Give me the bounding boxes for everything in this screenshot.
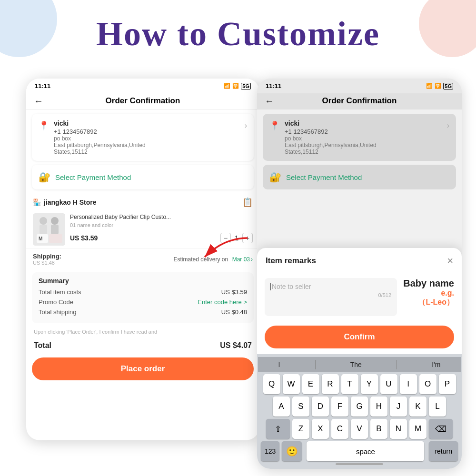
wifi-icon-right: 🛜 xyxy=(435,83,441,89)
key-z[interactable]: Z xyxy=(292,419,309,439)
phone-right: 11:11 📶 🛜 5G ← Order Confirmation 📍 vick… xyxy=(257,79,462,469)
key-j[interactable]: J xyxy=(390,397,407,416)
note-area[interactable]: Note to seller 0/512 xyxy=(265,278,397,316)
svg-point-1 xyxy=(40,217,47,225)
key-a[interactable]: A xyxy=(273,397,290,416)
note-icon[interactable]: 📋 xyxy=(242,197,253,208)
key-m[interactable]: M xyxy=(409,419,426,439)
address-line2-right: East pittsburgh,Pennsylvania,United xyxy=(285,142,442,149)
status-icons-left: 📶 🛜 5G xyxy=(224,83,251,89)
address-line3-right: States,15112 xyxy=(285,149,442,155)
summary-section: Summary Total item costs US $3.59 Promo … xyxy=(32,272,254,323)
key-b[interactable]: B xyxy=(370,419,387,439)
key-row-bottom: 123 🙂 space return xyxy=(258,441,461,461)
address-line1: po box xyxy=(54,135,240,142)
note-counter: 0/512 xyxy=(270,292,391,298)
modal-close-button[interactable]: × xyxy=(447,255,453,267)
suggestion-divider-2 xyxy=(397,360,397,369)
key-u[interactable]: U xyxy=(380,374,397,394)
key-row-3: ⇧ Z X C V B N M ⌫ xyxy=(258,419,461,439)
back-button-left[interactable]: ← xyxy=(34,96,43,107)
total-label: Total xyxy=(34,341,51,350)
eg-label: e.g. xyxy=(402,289,454,298)
payment-label: Select Payment Method xyxy=(55,173,131,181)
summary-shipping-row: Total shipping US $0.48 xyxy=(39,308,247,316)
address-phone: +1 1234567892 xyxy=(54,128,240,135)
key-t[interactable]: T xyxy=(341,374,358,394)
key-e[interactable]: E xyxy=(302,374,319,394)
suggestion-divider-1 xyxy=(315,360,316,369)
summary-promo-row[interactable]: Promo Code Enter code here > xyxy=(39,298,247,306)
arrow-decoration xyxy=(186,233,252,262)
wifi-icon: 🛜 xyxy=(232,83,239,89)
address-phone-right: +1 1234567892 xyxy=(285,128,442,135)
item-cost-label: Total item costs xyxy=(39,288,81,296)
status-bar-right: 11:11 📶 🛜 5G xyxy=(257,79,462,93)
key-l[interactable]: L xyxy=(429,397,446,416)
key-row-2: A S D F G H J K L xyxy=(258,397,461,416)
key-d[interactable]: D xyxy=(312,397,329,416)
address-info-right: vicki +1 1234567892 po box East pittsbur… xyxy=(285,119,442,155)
address-card[interactable]: 📍 vicki +1 1234567892 po box East pittsb… xyxy=(32,114,254,161)
key-f[interactable]: F xyxy=(331,397,348,416)
address-line2: East pittsburgh,Pennsylvania,United xyxy=(54,142,240,149)
payment-icon: 🔐 xyxy=(39,171,50,183)
time-left: 11:11 xyxy=(35,82,50,89)
item-remarks-modal: Item remarks × Note to seller 0/512 Baby… xyxy=(257,248,462,469)
chevron-right-icon-right: › xyxy=(447,121,449,130)
suggestion-i[interactable]: I xyxy=(273,360,286,369)
baby-name-hint: Baby name e.g. （L-Leo） xyxy=(402,272,454,307)
payment-card[interactable]: 🔐 Select Payment Method xyxy=(32,165,254,189)
delete-key[interactable]: ⌫ xyxy=(429,419,453,439)
key-c[interactable]: C xyxy=(331,419,348,439)
emoji-key[interactable]: 🙂 xyxy=(282,441,302,461)
return-key[interactable]: return xyxy=(429,441,458,461)
suggestion-im[interactable]: I'm xyxy=(426,360,446,369)
key-h[interactable]: H xyxy=(370,397,387,416)
key-x[interactable]: X xyxy=(312,419,329,439)
modal-title: Item remarks xyxy=(266,256,316,266)
location-icon-right: 📍 xyxy=(269,120,280,131)
back-button-right[interactable]: ← xyxy=(265,96,274,107)
product-price: US $3.59 xyxy=(70,234,98,242)
battery-icon: 5G xyxy=(241,83,251,89)
svg-rect-2 xyxy=(40,225,47,234)
disclaimer: Upon clicking 'Place Order', I confirm I… xyxy=(26,326,259,337)
key-q[interactable]: Q xyxy=(263,374,280,394)
nav-bar-right: ← Order Confirmation xyxy=(257,93,462,110)
key-w[interactable]: W xyxy=(283,374,300,394)
payment-icon-dark: 🔐 xyxy=(269,171,281,183)
key-g[interactable]: G xyxy=(351,397,368,416)
key-k[interactable]: K xyxy=(409,397,426,416)
confirm-button[interactable]: Confirm xyxy=(265,326,454,348)
shift-key[interactable]: ⇧ xyxy=(266,419,290,439)
page-title-right: Order Confirmation xyxy=(322,96,397,106)
key-o[interactable]: O xyxy=(419,374,436,394)
signal-icon: 📶 xyxy=(224,83,230,89)
address-line1-right: po box xyxy=(285,135,442,142)
text-cursor xyxy=(270,283,271,290)
summary-item-cost-row: Total item costs US $3.59 xyxy=(39,288,247,296)
svg-rect-4 xyxy=(51,225,59,234)
note-placeholder: Note to seller xyxy=(272,283,311,290)
payment-label-dark: Select Payment Method xyxy=(286,173,362,181)
place-order-button[interactable]: Place order xyxy=(32,357,254,380)
payment-card-dark[interactable]: 🔐 Select Payment Method xyxy=(263,165,456,189)
promo-value[interactable]: Enter code here > xyxy=(198,298,247,306)
suggestion-the[interactable]: The xyxy=(345,360,367,369)
key-i[interactable]: I xyxy=(400,374,417,394)
key-n[interactable]: N xyxy=(390,419,407,439)
key-s[interactable]: S xyxy=(292,397,309,416)
address-name-right: vicki xyxy=(285,119,442,127)
total-value: US $4.07 xyxy=(220,341,252,350)
numbers-key[interactable]: 123 xyxy=(261,441,279,461)
key-r[interactable]: R xyxy=(322,374,339,394)
space-key[interactable]: space xyxy=(307,441,424,461)
key-y[interactable]: Y xyxy=(361,374,378,394)
key-v[interactable]: V xyxy=(351,419,368,439)
modal-header: Item remarks × xyxy=(257,248,462,272)
signal-icon-right: 📶 xyxy=(426,83,433,89)
location-icon: 📍 xyxy=(39,120,49,131)
suggestion-row: I The I'm xyxy=(258,357,461,372)
key-p[interactable]: P xyxy=(439,374,456,394)
